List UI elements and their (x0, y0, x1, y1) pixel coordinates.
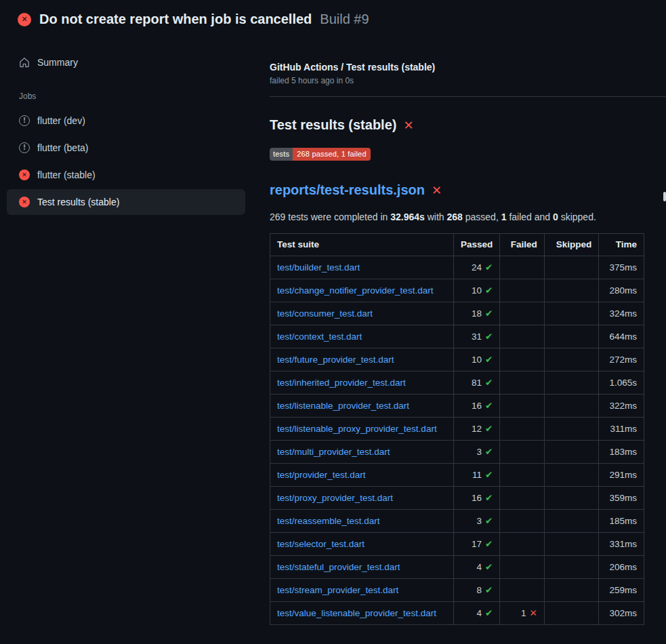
test-suite-link[interactable]: test/provider_test.dart (277, 470, 366, 480)
skipped-cell (544, 556, 598, 579)
test-suite-link[interactable]: test/future_provider_test.dart (277, 355, 394, 365)
section-title: Test results (stable) ✕ (270, 117, 644, 133)
time-cell: 259ms (599, 579, 644, 602)
test-suite-link[interactable]: test/consumer_test.dart (277, 308, 373, 319)
check-icon: ✔ (485, 423, 493, 434)
skipped-cell (544, 441, 598, 464)
passed-count: 10 (472, 355, 482, 365)
check-icon: ✔ (485, 469, 493, 480)
passed-count: 24 (472, 262, 482, 273)
check-icon: ✔ (485, 515, 493, 526)
skipped-cell (544, 325, 598, 348)
sidebar-summary-label: Summary (37, 57, 78, 68)
sidebar-item-flutter-stable[interactable]: ✕flutter (stable) (7, 162, 245, 188)
time-cell: 280ms (599, 279, 644, 302)
failed-cell (500, 510, 545, 533)
table-row: test/proxy_provider_test.dart16✔359ms (270, 487, 644, 510)
summary-text: passed, (463, 212, 501, 222)
scrollbar-thumb[interactable] (663, 192, 666, 201)
x-icon: ✕ (530, 607, 537, 618)
passed-cell: 17✔ (453, 533, 499, 556)
failed-cell (500, 279, 545, 302)
sidebar-item-summary[interactable]: Summary (7, 49, 245, 75)
alert-circle-icon: ! (19, 115, 30, 126)
test-suite-cell: test/reassemble_test.dart (270, 510, 454, 533)
test-suite-link[interactable]: test/proxy_provider_test.dart (277, 493, 393, 503)
sidebar-item-test-results-stable[interactable]: ✕Test results (stable) (7, 189, 245, 215)
test-suite-link[interactable]: test/multi_provider_test.dart (277, 447, 390, 457)
time-cell: 322ms (599, 395, 644, 418)
passed-cell: 18✔ (453, 302, 499, 325)
passed-cell: 10✔ (453, 348, 499, 371)
check-icon: ✔ (485, 400, 493, 411)
table-row: test/multi_provider_test.dart3✔183ms (270, 441, 644, 464)
summary-text: with (425, 212, 447, 222)
layout: Summary Jobs !flutter (dev)!flutter (bet… (0, 36, 666, 641)
summary-passed-count: 268 (447, 212, 463, 222)
col-header-failed: Failed (500, 234, 545, 256)
time-cell: 644ms (599, 325, 644, 348)
passed-count: 4 (476, 562, 482, 572)
time-cell: 324ms (599, 302, 644, 325)
check-icon: ✔ (485, 607, 493, 618)
passed-cell: 8✔ (453, 579, 499, 602)
test-suite-cell: test/builder_test.dart (270, 256, 454, 279)
summary-skipped-count: 0 (553, 212, 558, 222)
check-icon: ✔ (485, 446, 493, 457)
test-suite-link[interactable]: test/listenable_provider_test.dart (277, 401, 409, 411)
time-cell: 331ms (599, 533, 644, 556)
test-suite-link[interactable]: test/stream_provider_test.dart (277, 585, 398, 595)
sidebar-item-flutter-beta[interactable]: !flutter (beta) (7, 135, 245, 161)
report-file-link[interactable]: reports/test-results.json (270, 182, 425, 198)
time-cell: 1.065s (599, 371, 644, 395)
page-title: Do not create report when job is cancell… (39, 12, 312, 27)
time-cell: 359ms (599, 487, 644, 510)
passed-count: 4 (476, 608, 482, 618)
passed-cell: 4✔ (453, 556, 499, 579)
table-row: test/consumer_test.dart18✔324ms (270, 302, 644, 325)
test-suite-link[interactable]: test/builder_test.dart (277, 262, 360, 273)
report-file-heading: reports/test-results.json ✕ (270, 182, 644, 198)
skipped-cell (544, 348, 598, 371)
check-icon: ✔ (485, 377, 493, 388)
results-table-body: test/builder_test.dart24✔375mstest/chang… (270, 256, 644, 625)
failed-cell (500, 418, 545, 441)
time-cell: 272ms (599, 348, 644, 371)
failed-cell (500, 579, 545, 602)
passed-cell: 11✔ (453, 464, 499, 487)
test-suite-link[interactable]: test/selector_test.dart (277, 539, 365, 549)
test-suite-link[interactable]: test/inherited_provider_test.dart (277, 378, 406, 388)
sidebar-job-label: flutter (beta) (37, 142, 88, 153)
test-suite-link[interactable]: test/change_notifier_provider_test.dart (277, 285, 433, 296)
failed-cell (500, 441, 545, 464)
test-suite-link[interactable]: test/stateful_provider_test.dart (277, 562, 400, 572)
table-header-row: Test suite Passed Failed Skipped Time (270, 234, 644, 256)
passed-count: 10 (472, 285, 482, 296)
badge-value: 268 passed, 1 failed (293, 148, 370, 161)
skipped-cell (544, 256, 598, 279)
failed-cell (500, 256, 545, 279)
test-suite-link[interactable]: test/reassemble_test.dart (277, 516, 380, 526)
passed-count: 3 (476, 447, 482, 457)
passed-cell: 31✔ (453, 325, 499, 348)
sidebar-item-flutter-dev[interactable]: !flutter (dev) (7, 108, 245, 134)
test-suite-link[interactable]: test/context_test.dart (277, 331, 362, 342)
passed-cell: 81✔ (453, 371, 499, 395)
summary-duration: 32.964s (390, 212, 425, 222)
sidebar-job-label: Test results (stable) (37, 197, 119, 207)
skipped-cell (544, 533, 598, 556)
passed-count: 11 (472, 470, 482, 480)
table-row: test/listenable_provider_test.dart16✔322… (270, 395, 644, 418)
test-suite-cell: test/value_listenable_provider_test.dart (270, 602, 454, 625)
table-row: test/reassemble_test.dart3✔185ms (270, 510, 644, 533)
passed-count: 31 (472, 331, 482, 342)
sidebar: Summary Jobs !flutter (dev)!flutter (bet… (0, 36, 252, 216)
test-suite-link[interactable]: test/listenable_proxy_provider_test.dart (277, 424, 437, 434)
failed-cell (500, 371, 545, 395)
run-status: failed 5 hours ago in 0s (270, 76, 644, 85)
col-header-time: Time (599, 234, 644, 256)
test-suite-link[interactable]: test/value_listenable_provider_test.dart (277, 608, 436, 618)
failed-cell (500, 533, 545, 556)
x-icon: ✕ (403, 118, 413, 132)
table-row: test/future_provider_test.dart10✔272ms (270, 348, 644, 371)
